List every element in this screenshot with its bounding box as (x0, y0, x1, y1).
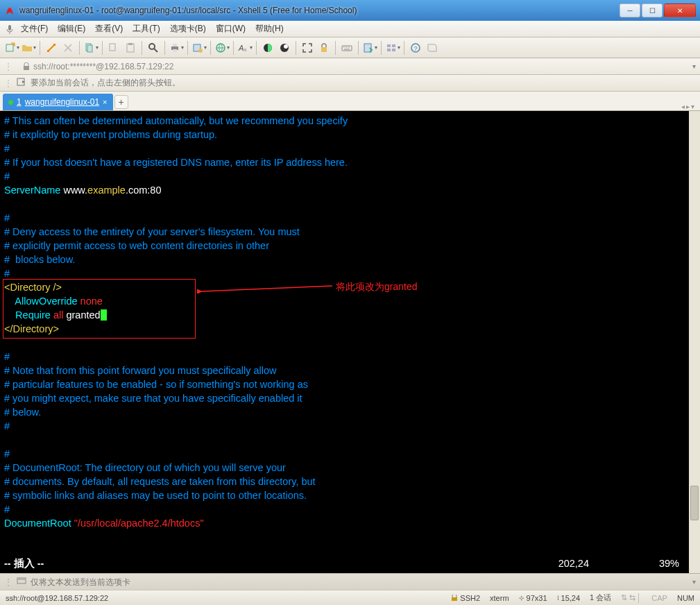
svg-rect-26 (392, 49, 395, 51)
color-scheme-button[interactable] (260, 40, 275, 56)
tab-prev-icon[interactable]: ◂ (681, 103, 685, 110)
send-icon[interactable] (17, 576, 26, 588)
send-bar: ⋮ ▾ (0, 573, 700, 590)
add-session-icon[interactable] (17, 77, 26, 89)
minimize-button[interactable]: ─ (620, 3, 640, 17)
send-input[interactable] (31, 577, 688, 587)
scrollbar-thumb[interactable] (690, 486, 699, 520)
find-button[interactable] (146, 40, 161, 56)
font-button[interactable]: Aa (237, 40, 253, 56)
close-button[interactable]: ✕ (664, 3, 696, 17)
tab-close-icon[interactable]: × (103, 98, 107, 106)
svg-rect-11 (173, 49, 177, 52)
svg-text:+: + (12, 42, 15, 48)
status-cursor: ⁞15,24 (557, 594, 581, 602)
vim-mode: -- 插入 -- (4, 556, 44, 570)
open-session-button[interactable] (21, 40, 36, 56)
menu-view[interactable]: 查看(V) (95, 23, 123, 35)
status-connection: ssh://root@192.168.57.129:22 (6, 594, 441, 602)
svg-rect-23 (387, 44, 391, 47)
fullscreen-button[interactable] (300, 40, 315, 56)
tab-label: wangruifenglinux-01 (25, 97, 99, 107)
language-button[interactable] (214, 40, 230, 56)
status-bar: ssh://root@192.168.57.129:22 SSH2 xterm … (0, 590, 700, 605)
new-session-button[interactable]: + (4, 40, 19, 56)
layout-button[interactable] (385, 40, 400, 56)
send-dropdown-icon[interactable]: ▾ (692, 578, 696, 586)
status-caps: CAP (651, 594, 667, 602)
menu-tools[interactable]: 工具(T) (133, 23, 160, 35)
lock-icon (22, 62, 31, 71)
address-dropdown-icon[interactable]: ▾ (692, 62, 696, 70)
svg-rect-25 (387, 49, 391, 51)
svg-text:?: ? (414, 45, 418, 52)
address-bar: ⋮ ssh://root:********@192.168.57.129:22 … (0, 58, 700, 75)
properties-button[interactable] (191, 40, 207, 56)
status-num: NUM (677, 594, 694, 602)
paste-button[interactable] (123, 40, 138, 56)
hint-grip-icon: ⋮ (4, 78, 12, 88)
status-arrows: ⇅ ⇆ (621, 593, 635, 602)
status-ssh: SSH2 (451, 594, 480, 602)
keyboard-button[interactable] (339, 40, 355, 56)
tab-bar: 1 wangruifenglinux-01 × + ◂ ▸ ▾ (0, 92, 700, 111)
tab-next-icon[interactable]: ▸ (686, 103, 690, 110)
titlebar: wangruifenglinux-01 - root@wangruifeng-0… (0, 0, 700, 21)
print-button[interactable] (169, 40, 184, 56)
svg-rect-32 (17, 578, 26, 583)
status-term: xterm (490, 594, 509, 602)
tab-list-icon[interactable]: ▾ (691, 103, 694, 110)
transfer-button[interactable] (362, 40, 377, 56)
app-small-icon (4, 24, 15, 35)
svg-rect-24 (392, 44, 395, 47)
reconnect-button[interactable] (44, 40, 59, 56)
hint-text: 要添加当前会话，点击左侧的箭头按钮。 (31, 77, 180, 89)
disconnect-button[interactable] (60, 40, 76, 56)
app-icon (4, 5, 15, 16)
address-text[interactable]: ssh://root:********@192.168.57.129:22 (33, 62, 692, 71)
addr-grip-icon: ⋮ (4, 62, 12, 71)
window-title: wangruifenglinux-01 - root@wangruifeng-0… (19, 6, 620, 15)
maximize-button[interactable]: ☐ (642, 3, 663, 17)
svg-rect-33 (452, 597, 457, 601)
svg-point-8 (149, 44, 155, 49)
menubar: 文件(F) 编辑(E) 查看(V) 工具(T) 选项卡(B) 窗口(W) 帮助(… (0, 21, 700, 37)
tab-nav: ◂ ▸ ▾ (681, 103, 697, 110)
svg-rect-10 (173, 44, 177, 46)
session-tab[interactable]: 1 wangruifenglinux-01 × (3, 94, 113, 110)
svg-rect-21 (342, 46, 352, 51)
connection-status-icon (8, 100, 13, 105)
menu-edit[interactable]: 编辑(E) (58, 23, 85, 35)
status-sessions: 1 会话 (590, 593, 611, 603)
status-size: ⊹97x31 (519, 594, 547, 602)
svg-text:a: a (244, 46, 247, 53)
vim-position: 202,24 (558, 556, 589, 570)
svg-point-13 (198, 49, 203, 53)
terminal[interactable]: # This can often be determined automatic… (0, 111, 700, 573)
copy-style-button[interactable] (83, 40, 99, 56)
svg-rect-20 (321, 47, 327, 52)
svg-rect-7 (128, 43, 133, 45)
svg-point-19 (284, 44, 288, 49)
new-tab-button[interactable]: + (114, 95, 128, 109)
about-button[interactable] (425, 40, 440, 56)
menu-file[interactable]: 文件(F) (21, 23, 48, 35)
vim-percent: 39% (659, 556, 679, 570)
toggle-theme-button[interactable] (277, 40, 292, 56)
scrollbar[interactable] (689, 111, 700, 573)
svg-rect-4 (87, 45, 92, 52)
help-button[interactable]: ? (408, 40, 423, 56)
menu-window[interactable]: 窗口(W) (216, 23, 246, 35)
lock-button[interactable] (316, 40, 332, 56)
copy-button[interactable] (106, 40, 121, 56)
toolbar: + Aa ? (0, 37, 700, 58)
menu-help[interactable]: 帮助(H) (255, 23, 284, 35)
hint-bar: ⋮ 要添加当前会话，点击左侧的箭头按钮。 (0, 75, 700, 92)
send-grip-icon: ⋮ (4, 577, 12, 587)
tab-number: 1 (17, 97, 22, 107)
menu-tabs[interactable]: 选项卡(B) (170, 23, 206, 35)
svg-rect-29 (24, 66, 29, 70)
svg-rect-0 (8, 25, 11, 31)
svg-rect-5 (110, 44, 115, 51)
